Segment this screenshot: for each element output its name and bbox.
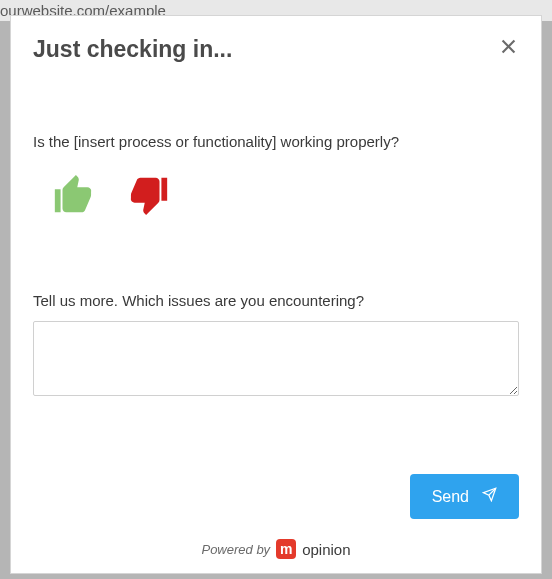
send-button-label: Send — [432, 488, 469, 506]
powered-by-row: Powered by mopinion — [33, 539, 519, 559]
feedback-modal: Just checking in... Is the [insert proce… — [10, 15, 542, 574]
modal-footer: Send Powered by mopinion — [11, 462, 541, 573]
paper-plane-icon — [482, 487, 497, 506]
send-row: Send — [33, 474, 519, 519]
brand-badge: m — [276, 539, 296, 559]
powered-by-text: Powered by — [201, 542, 270, 557]
close-button[interactable] — [498, 36, 519, 61]
thumb-up-icon — [51, 204, 97, 221]
modal-body: Is the [insert process or functionality]… — [11, 73, 541, 462]
modal-header: Just checking in... — [11, 16, 541, 73]
thumb-up-button[interactable] — [51, 172, 97, 222]
feedback-textarea[interactable] — [33, 321, 519, 396]
modal-title: Just checking in... — [33, 36, 232, 63]
question-text: Is the [insert process or functionality]… — [33, 133, 519, 150]
rating-thumbs — [33, 172, 519, 222]
brand-name: opinion — [302, 541, 350, 558]
followup-label: Tell us more. Which issues are you encou… — [33, 292, 519, 309]
thumb-down-icon — [125, 204, 171, 221]
close-icon — [500, 41, 517, 58]
send-button[interactable]: Send — [410, 474, 519, 519]
thumb-down-button[interactable] — [125, 172, 171, 222]
